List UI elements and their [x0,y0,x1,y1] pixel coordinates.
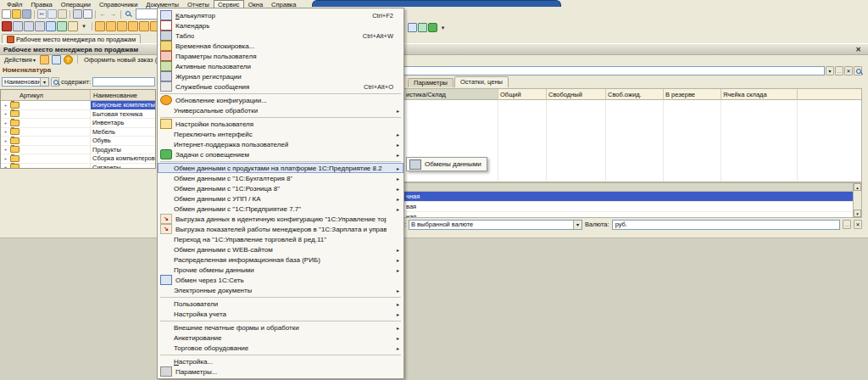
column-header-name[interactable]: Наименование [90,90,155,100]
menu-item[interactable]: Калькулятор Ctrl+F2 [158,10,403,20]
document-action-icon[interactable] [95,21,105,31]
menu-item[interactable]: Обмен данными с "1С:Предприятие 7.7" ▸ [158,204,403,214]
document-action-icon[interactable] [139,21,149,31]
tree-row[interactable]: + Продукты [1,146,155,155]
table-column-header[interactable]: Свободный [547,89,606,100]
price-type-row[interactable]: чная [369,192,861,202]
menu-item[interactable]: Календарь [158,20,403,31]
clear-button[interactable]: ✕ [854,220,862,229]
expand-icon[interactable]: + [3,138,8,143]
scrollbar[interactable]: ▴ ▾ [853,183,861,217]
menu-item[interactable]: Служебные сообщения Ctrl+Alt+O [158,81,403,92]
expand-icon[interactable]: + [3,103,8,108]
menu-item[interactable]: Настройка учета ▸ [158,309,403,319]
menu-item[interactable]: Активные пользователи [158,61,403,71]
menu-item[interactable]: Переключить интерфейс ▸ [158,129,403,139]
document-action-icon[interactable] [117,21,127,31]
exchange-submenu-item[interactable]: Обмены данными [406,157,487,171]
menu-item[interactable]: Задачи с оповещением ▸ [158,149,403,159]
tree-row[interactable]: + Мебель [1,128,155,137]
chevron-down-icon[interactable]: ▾ [79,21,89,31]
tree-row[interactable]: + Сигареты [1,164,155,170]
toolbar-icon[interactable] [95,10,96,19]
menu-item[interactable]: Обновление конфигурации... [158,95,403,105]
menu-item[interactable]: Внешние печатные формы и обработки ▸ [158,322,403,332]
refresh-icon[interactable] [52,55,61,64]
toolbar-icon[interactable] [120,10,121,19]
menu-item[interactable]: Обмен данными с "1С:Бухгалтерия 8" ▸ [158,173,403,183]
expand-icon[interactable]: + [3,129,8,134]
tree-row[interactable]: + Сборка компьютеров [1,154,155,164]
menu-item[interactable]: Параметры пользователя [158,51,403,61]
menu-item[interactable]: Обмен данными с продуктами на платформе … [158,163,403,173]
toolbar-icon[interactable] [34,10,35,19]
menu-item[interactable]: Обмен данными с WEB-сайтом ▸ [158,244,403,254]
more-button[interactable]: … [835,66,843,75]
menu-item[interactable]: Интернет-поддержка пользователей ▸ [158,139,403,149]
open-icon[interactable] [12,9,21,19]
menu-item[interactable]: ↘ Выгрузка показателей работы менеджеров… [158,224,403,234]
currency-field[interactable]: руб. [612,220,840,230]
table-column-header[interactable]: В резерве [664,89,721,100]
menu-item[interactable]: Обмен данными с УПП / КА ▸ [158,193,403,204]
menu-item[interactable]: Обмен данными с "1С:Розница 8" ▸ [158,183,403,193]
tree-row[interactable]: + Обувь [1,137,155,146]
table-column-header[interactable]: Общий [498,89,547,100]
price-type-row[interactable]: ная [369,212,861,218]
price-type-row[interactable]: вая [369,202,861,212]
expand-icon[interactable]: + [3,120,8,126]
scroll-down-icon[interactable]: ▾ [854,210,861,217]
tree-row[interactable]: + Бонусные комплекты [1,101,155,110]
price-table-icon[interactable] [57,21,67,31]
menubar-item[interactable]: Операции [57,0,95,9]
table-column-header[interactable]: Своб.ожид. [606,89,664,100]
counterparties-icon[interactable] [46,21,56,31]
refresh-icon[interactable] [428,23,437,32]
chevron-down-icon[interactable]: ▾ [826,66,834,75]
help-icon[interactable]: ? [64,55,73,64]
menu-item[interactable]: Обмен через 1С:Сеть [158,275,403,285]
filter-input[interactable] [92,77,155,87]
toolbar-icon[interactable] [92,22,92,31]
tab-workplace[interactable]: Рабочее место менеджера по продажам [2,34,141,43]
add-item-icon[interactable] [40,55,49,64]
menu-item[interactable]: Распределенная информационная база (РИБ)… [158,254,403,265]
table-icon[interactable] [418,23,427,32]
table-column-header[interactable]: Ячейка склада [721,89,798,100]
paste-icon[interactable] [58,9,67,19]
tree-row[interactable]: + Бытовая техника [1,110,155,120]
chevron-down-icon[interactable]: ▾ [438,23,448,32]
menu-item[interactable]: Пользователи ▸ [158,299,403,309]
save-icon[interactable] [22,9,31,19]
tab[interactable]: Параметры [408,78,453,87]
column-header-artikul[interactable]: Артикул [1,90,90,100]
menu-item[interactable]: Переход на "1С:Управление торговлей 8 ре… [158,234,403,244]
menu-item[interactable]: Универсальные обработки ▸ [158,105,403,115]
print-form-icon[interactable] [35,21,45,31]
filter-field-select[interactable]: Наименование ▾ [2,77,49,87]
menubar-item[interactable]: Справочники [95,0,142,9]
menu-item[interactable]: Настройка... [158,356,403,366]
close-icon[interactable]: ✕ [855,46,865,53]
new-document-icon[interactable] [2,9,11,19]
menu-item[interactable]: Параметры... [158,366,403,377]
table-column-header[interactable] [798,89,861,100]
scroll-up-icon[interactable]: ▴ [854,183,861,191]
print-form-icon[interactable] [24,21,34,31]
search-icon[interactable] [854,66,862,75]
search-icon[interactable] [51,77,59,87]
expand-icon[interactable]: + [3,147,8,152]
expand-icon[interactable]: + [3,165,8,169]
copy-icon[interactable] [47,9,57,19]
menubar-item[interactable]: Файл [3,0,26,9]
menu-item[interactable]: ↘ Выгрузка данных в идентичную конфигура… [158,214,403,224]
menu-item[interactable]: Временная блокировка... [158,41,403,51]
price-mode-select[interactable]: В выбранной валюте ▾ [409,220,582,230]
data-exchange-icon[interactable] [408,23,417,32]
nomenclature-search-input[interactable] [375,66,825,75]
toolbar-icon[interactable] [70,10,70,19]
forward-icon[interactable]: → [108,9,118,19]
menu-item[interactable]: Настройки пользователя [158,119,403,129]
print-preview-icon[interactable] [83,9,92,19]
search-icon[interactable] [124,9,133,19]
